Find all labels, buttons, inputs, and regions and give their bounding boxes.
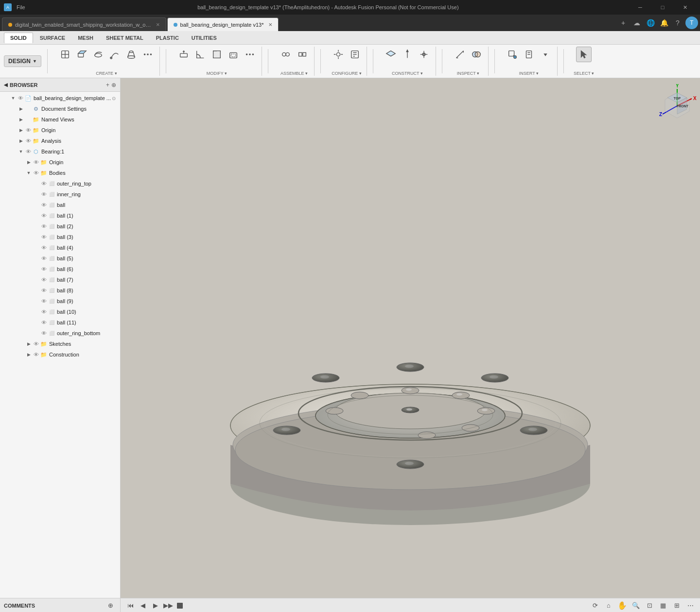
- tree-item-ball1[interactable]: ▶ 👁⬜ ball (1): [0, 210, 120, 221]
- tree-item-analysis[interactable]: ▶ 👁 📁 Analysis: [0, 136, 120, 146]
- select-icon[interactable]: [576, 47, 592, 62]
- insert-dropdown[interactable]: [538, 47, 553, 62]
- vp-fit-icon[interactable]: ⊡: [644, 600, 655, 612]
- tab-digital-twin[interactable]: digital_twin_enabled_smart_shipping_work…: [2, 17, 166, 31]
- cloud-icon[interactable]: ☁: [631, 17, 643, 29]
- shell-icon[interactable]: [226, 47, 241, 62]
- sweep-icon[interactable]: [107, 47, 122, 62]
- press-pull-icon[interactable]: [176, 47, 192, 62]
- tree-item-origin2[interactable]: ▶ 👁 📁 Origin: [0, 157, 120, 168]
- comments-settings-icon[interactable]: ⊕: [105, 600, 116, 612]
- namedviews-vis[interactable]: 👁: [24, 117, 32, 122]
- mode-surface[interactable]: SURFACE: [34, 33, 71, 43]
- bodies-vis[interactable]: 👁: [32, 170, 40, 176]
- tree-item-inner-ring[interactable]: ▶ 👁 ⬜ inner_ring: [0, 189, 120, 200]
- construct-plane-icon[interactable]: [383, 47, 399, 62]
- sketches-vis[interactable]: 👁: [32, 341, 40, 347]
- analysis-vis[interactable]: 👁: [24, 138, 32, 144]
- tree-item-bodies[interactable]: ▼ 👁 📁 Bodies: [0, 168, 120, 178]
- vp-home-icon[interactable]: ⌂: [603, 600, 614, 612]
- tree-item-outer-ring-bottom[interactable]: ▶ 👁 ⬜ outer_ring_bottom: [0, 328, 120, 339]
- tree-item-bearing1[interactable]: ▼ 👁 ⬡ Bearing:1: [0, 146, 120, 157]
- globe-icon[interactable]: 🌐: [645, 17, 656, 29]
- ball-vis[interactable]: 👁: [40, 202, 48, 208]
- loft-icon[interactable]: [123, 47, 139, 62]
- browser-expand-icon[interactable]: ◀: [4, 82, 8, 87]
- tree-item-origin1[interactable]: ▶ 👁 📁 Origin: [0, 125, 120, 136]
- mode-mesh[interactable]: MESH: [72, 33, 99, 43]
- ir-vis[interactable]: 👁: [40, 191, 48, 197]
- mode-solid[interactable]: SOLID: [4, 33, 33, 43]
- measure-icon[interactable]: [452, 47, 468, 62]
- viewport[interactable]: X Y Z TOP FRONT: [121, 78, 700, 598]
- vp-more-icon[interactable]: ⋯: [684, 600, 696, 612]
- user-icon[interactable]: T: [685, 17, 698, 29]
- interference-icon[interactable]: [469, 47, 484, 62]
- tree-item-ball5[interactable]: ▶ 👁⬜ ball (5): [0, 253, 120, 264]
- configure-icon-2[interactable]: [347, 47, 363, 62]
- docsettings-vis[interactable]: 👁: [24, 106, 32, 112]
- app-menu-file[interactable]: File: [15, 4, 27, 10]
- viewcube[interactable]: X Y Z TOP FRONT: [655, 84, 694, 123]
- new-component-icon[interactable]: [57, 47, 73, 62]
- close-button[interactable]: ✕: [674, 0, 696, 15]
- bearing1-vis[interactable]: 👁: [24, 149, 32, 154]
- revolve-icon[interactable]: [90, 47, 106, 62]
- tree-item-ball10[interactable]: ▶ 👁⬜ ball (10): [0, 306, 120, 317]
- rigid-group-icon[interactable]: [295, 47, 310, 62]
- insert-icon-2[interactable]: [521, 47, 537, 62]
- origin2-vis[interactable]: 👁: [32, 159, 40, 165]
- origin1-vis[interactable]: 👁: [24, 127, 32, 133]
- chamfer-icon[interactable]: [209, 47, 225, 62]
- ort-vis[interactable]: 👁: [40, 181, 48, 187]
- browser-settings-icon[interactable]: ⊕: [111, 82, 116, 88]
- tree-item-ball6[interactable]: ▶ 👁⬜ ball (6): [0, 264, 120, 274]
- vp-zoom-icon[interactable]: 🔍: [630, 600, 642, 612]
- extrude-icon[interactable]: [74, 47, 89, 62]
- tree-item-ball9[interactable]: ▶ 👁⬜ ball (9): [0, 296, 120, 306]
- new-tab-button[interactable]: +: [617, 17, 629, 29]
- tree-item-construction[interactable]: ▶ 👁 📁 Construction: [0, 349, 120, 360]
- help-icon[interactable]: ?: [672, 17, 683, 29]
- create-more-icon[interactable]: [140, 47, 156, 62]
- tree-item-root[interactable]: ▼ 👁 📄 ball_bearing_design_template ... ⊙: [0, 93, 120, 103]
- configure-icon-1[interactable]: [331, 47, 346, 62]
- nav-play-button[interactable]: ▶: [150, 600, 161, 612]
- tree-item-ball11[interactable]: ▶ 👁⬜ ball (11): [0, 317, 120, 328]
- nav-stop-button[interactable]: [177, 603, 183, 609]
- tree-item-ball8[interactable]: ▶ 👁⬜ ball (8): [0, 285, 120, 296]
- maximize-button[interactable]: □: [651, 0, 674, 15]
- root-vis[interactable]: 👁: [17, 95, 24, 101]
- tree-item-ball4[interactable]: ▶ 👁⬜ ball (4): [0, 242, 120, 253]
- tree-item-docsettings[interactable]: ▶ 👁 ⚙ Document Settings: [0, 103, 120, 114]
- mode-sheet-metal[interactable]: SHEET METAL: [100, 33, 149, 43]
- tab-ball-bearing[interactable]: ball_bearing_design_template v13* ×: [167, 17, 279, 31]
- nav-first-button[interactable]: ⏮: [124, 600, 136, 612]
- vp-pan-icon[interactable]: ✋: [616, 600, 628, 612]
- tree-item-ball3[interactable]: ▶ 👁⬜ ball (3): [0, 232, 120, 242]
- modify-more-icon[interactable]: [242, 47, 258, 62]
- tab-close-2[interactable]: ×: [268, 21, 272, 28]
- browser-plus-icon[interactable]: +: [106, 82, 109, 88]
- fillet-icon[interactable]: [192, 47, 208, 62]
- vp-orbit-icon[interactable]: ⟳: [589, 600, 601, 612]
- tree-item-ball2[interactable]: ▶ 👁⬜ ball (2): [0, 221, 120, 232]
- construction-vis[interactable]: 👁: [32, 352, 40, 357]
- mode-plastic[interactable]: PLASTIC: [150, 33, 185, 43]
- construct-point-icon[interactable]: [416, 47, 432, 62]
- vp-grid-icon[interactable]: ⊞: [671, 600, 682, 612]
- tree-item-sketches[interactable]: ▶ 👁 📁 Sketches: [0, 339, 120, 349]
- tab-close-1[interactable]: ×: [156, 21, 160, 28]
- tree-item-namedviews[interactable]: ▶ 👁 📁 Named Views: [0, 114, 120, 125]
- minimize-button[interactable]: ─: [629, 0, 651, 15]
- joint-icon[interactable]: [278, 47, 294, 62]
- construct-axis-icon[interactable]: [400, 47, 415, 62]
- nav-next-button[interactable]: ▶▶: [162, 600, 174, 612]
- tree-item-ball[interactable]: ▶ 👁 ⬜ ball: [0, 200, 120, 210]
- nav-prev-button[interactable]: ◀: [137, 600, 149, 612]
- insert-icon-1[interactable]: [505, 47, 520, 62]
- design-dropdown[interactable]: DESIGN ▼: [4, 55, 41, 67]
- tree-item-ball7[interactable]: ▶ 👁⬜ ball (7): [0, 274, 120, 285]
- mode-utilities[interactable]: UTILITIES: [186, 33, 223, 43]
- bell-icon[interactable]: 🔔: [658, 17, 670, 29]
